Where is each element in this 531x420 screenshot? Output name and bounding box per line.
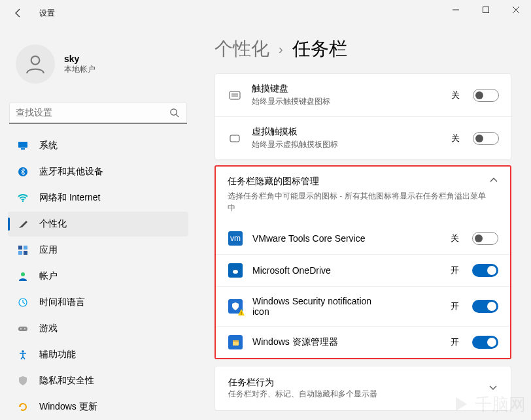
sidebar-item-4[interactable]: 应用	[8, 238, 188, 263]
svg-rect-10	[24, 246, 27, 250]
setting-icon	[227, 88, 243, 103]
toggle-switch[interactable]	[473, 89, 499, 102]
svg-point-19	[22, 350, 24, 353]
user-profile[interactable]: sky 本地帐户	[8, 37, 188, 91]
setting-icon	[227, 131, 243, 146]
svg-point-17	[20, 329, 22, 330]
toggle-switch[interactable]	[472, 300, 498, 313]
tray-icon-row: ! Windows Security notification icon 开	[216, 286, 510, 326]
maximize-icon	[483, 7, 489, 13]
close-button[interactable]	[501, 0, 531, 20]
sidebar-item-10[interactable]: Windows 更新	[8, 395, 188, 419]
back-arrow-icon	[13, 8, 24, 18]
game-icon	[17, 323, 29, 334]
sidebar-item-label: 帐户	[39, 270, 58, 282]
sidebar-item-5[interactable]: 帐户	[8, 264, 188, 289]
svg-point-13	[21, 272, 25, 276]
sidebar-item-label: 游戏	[39, 323, 58, 334]
sidebar-item-label: 个性化	[39, 218, 67, 230]
app-icon: !	[228, 299, 243, 314]
sidebar-item-0[interactable]: 系统	[8, 133, 188, 158]
crumb-current: 任务栏	[292, 37, 347, 61]
section-subtitle: 选择任务栏角中可能显示的图标 - 所有其他图标将显示在任务栏角溢出菜单中	[228, 190, 489, 214]
person-icon	[24, 53, 46, 75]
toggle-switch[interactable]	[472, 232, 498, 245]
toggle-state-label: 开	[451, 265, 459, 276]
svg-rect-11	[18, 251, 22, 255]
tray-icon-row: vm VMware Tools Core Service 关	[216, 223, 510, 254]
tray-icon-row: Windows 资源管理器 开	[216, 326, 510, 358]
sidebar-item-label: 辅助功能	[39, 349, 76, 361]
app-icon: vm	[228, 231, 243, 246]
svg-rect-12	[24, 251, 27, 255]
svg-rect-23	[230, 135, 239, 142]
sidebar-item-3[interactable]: 个性化	[8, 212, 188, 236]
sidebar-item-label: 蓝牙和其他设备	[39, 166, 103, 178]
svg-rect-9	[18, 246, 22, 250]
crumb-parent[interactable]: 个性化	[214, 37, 269, 61]
toggle-state-label: 开	[451, 300, 459, 312]
minimize-icon	[453, 7, 459, 13]
app-icon	[228, 263, 243, 278]
app-title: 设置	[39, 8, 55, 19]
apps-icon	[17, 244, 29, 256]
taskbar-behavior-row[interactable]: 任务栏行为 任务栏对齐、标记、自动隐藏和多个显示器	[215, 366, 511, 410]
shield-icon	[17, 375, 29, 387]
svg-rect-1	[483, 7, 489, 13]
search-input[interactable]	[9, 102, 187, 124]
section-header[interactable]: 任务栏隐藏的图标管理 选择任务栏角中可能显示的图标 - 所有其他图标将显示在任务…	[216, 167, 510, 223]
close-icon	[513, 7, 519, 13]
svg-point-8	[22, 201, 24, 202]
sidebar-item-label: 应用	[39, 244, 58, 256]
svg-line-4	[176, 114, 179, 117]
svg-text:!: !	[241, 311, 242, 315]
row-title: VMware Tools Core Service	[252, 233, 383, 244]
brush-icon	[17, 218, 29, 230]
sidebar-item-7[interactable]: 游戏	[8, 316, 188, 341]
toggle-switch[interactable]	[473, 132, 499, 145]
accessibility-icon	[17, 349, 29, 361]
search-icon	[169, 108, 179, 120]
section-title: 任务栏隐藏的图标管理	[228, 176, 489, 187]
sidebar-item-label: 时间和语言	[39, 297, 85, 308]
minimize-button[interactable]	[441, 0, 471, 20]
sidebar-item-label: 网络和 Internet	[39, 192, 100, 204]
toggle-switch[interactable]	[472, 264, 498, 277]
avatar	[16, 44, 55, 84]
chevron-down-icon	[488, 383, 498, 395]
monitor-icon	[17, 140, 29, 152]
svg-rect-16	[18, 327, 27, 331]
setting-row: 虚拟触摸板 始终显示虚拟触摸板图标 关	[215, 116, 511, 159]
sidebar-item-8[interactable]: 辅助功能	[8, 342, 188, 367]
chevron-up-icon	[489, 176, 498, 187]
toggle-state-label: 关	[451, 89, 460, 101]
back-button[interactable]	[5, 0, 31, 26]
wifi-icon	[17, 192, 29, 204]
sidebar-item-label: Windows 更新	[39, 401, 97, 413]
svg-point-18	[24, 329, 26, 330]
svg-rect-26	[233, 340, 239, 342]
sidebar-item-label: 隐私和安全性	[39, 375, 94, 387]
toggle-state-label: 开	[451, 336, 459, 348]
behavior-title: 任务栏行为	[228, 377, 488, 389]
svg-point-2	[31, 56, 40, 65]
toggle-switch[interactable]	[472, 336, 498, 349]
maximize-button[interactable]	[471, 0, 501, 20]
sidebar-item-1[interactable]: 蓝牙和其他设备	[8, 159, 188, 184]
row-title: Windows 资源管理器	[252, 336, 383, 348]
row-title: Microsoft OneDrive	[252, 265, 383, 276]
chevron-right-icon: ›	[279, 42, 283, 57]
row-sub: 始终显示触摸键盘图标	[252, 96, 443, 107]
row-title: 虚拟触摸板	[252, 126, 443, 138]
toggle-state-label: 关	[451, 233, 459, 244]
sidebar-item-2[interactable]: 网络和 Internet	[8, 186, 188, 210]
user-name: sky	[64, 54, 95, 64]
update-icon	[17, 401, 29, 413]
sidebar-item-9[interactable]: 隐私和安全性	[8, 368, 188, 393]
svg-rect-5	[18, 142, 27, 148]
sidebar-item-label: 系统	[39, 140, 58, 152]
row-title: Windows Security notification icon	[252, 296, 383, 317]
sidebar-item-6[interactable]: 时间和语言	[8, 290, 188, 315]
clock-icon	[17, 297, 29, 308]
svg-point-3	[171, 109, 177, 115]
